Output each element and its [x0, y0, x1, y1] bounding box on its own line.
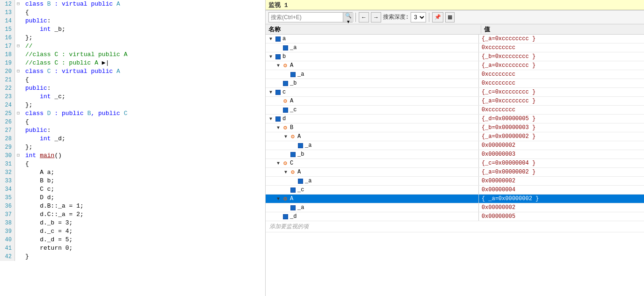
depth-select[interactable]: 3: [411, 12, 426, 22]
code-content: //: [23, 42, 265, 51]
watch-row[interactable]: ▼d{_d=0x00000005 }: [266, 115, 644, 123]
watch-row[interactable]: ▼b{_b=0xcccccccc }: [266, 52, 644, 61]
fold-gutter[interactable]: ⊟: [15, 42, 22, 51]
watch-row[interactable]: ▼a{_a=0xcccccccc }: [266, 35, 644, 43]
code-line: 28 int _d;: [0, 135, 265, 143]
line-number: 12: [0, 0, 15, 8]
watch-row[interactable]: ▼⚙B{_b=0x00000003 }: [266, 123, 644, 132]
watch-row[interactable]: _a0xcccccccc: [266, 43, 644, 52]
watch-row[interactable]: ⚙A{_a=0xcccccccc }: [266, 97, 644, 106]
watch-item-name: _a: [290, 44, 297, 51]
orange-gear-icon: ⚙: [289, 133, 297, 140]
watch-name-cell: _a: [266, 203, 479, 212]
add-watch-row[interactable]: 添加要监视的项: [266, 221, 644, 232]
line-number: 37: [0, 210, 15, 219]
expand-button[interactable]: ▼: [275, 196, 282, 202]
watch-row[interactable]: _a0xcccccccc: [266, 70, 644, 79]
watch-row[interactable]: _b0x00000003: [266, 150, 644, 159]
pin-button[interactable]: 📌: [432, 12, 443, 22]
blue-cube-icon: [274, 35, 282, 43]
search-input[interactable]: [269, 13, 343, 22]
fold-gutter[interactable]: ⊟: [15, 109, 22, 118]
watch-table: 名称 值 ▼a{_a=0xcccccccc } _a0xcccccccc▼b{_…: [266, 24, 644, 296]
code-line: 25⊟class D : public B, public C: [0, 109, 265, 118]
orange-gear-icon: ⚙: [282, 124, 289, 131]
code-content: d._b = 3;: [23, 219, 265, 227]
code-line: 29 };: [0, 143, 265, 152]
code-line: 31 {: [0, 160, 265, 168]
watch-row[interactable]: _b0xcccccccc: [266, 79, 644, 88]
grid-button[interactable]: ▦: [445, 12, 455, 22]
watch-item-name: d: [282, 116, 286, 122]
code-content: public:: [23, 17, 265, 25]
watch-row[interactable]: _c0x00000004: [266, 186, 644, 195]
watch-item-value: {_a=0xcccccccc }: [479, 98, 644, 104]
code-line: 42 }: [0, 253, 265, 261]
watch-row[interactable]: _a0x00000002: [266, 203, 644, 212]
code-content: d._c = 4;: [23, 227, 265, 236]
code-line: 20⊟class C : virtual public A: [0, 67, 265, 76]
watch-row[interactable]: _d0x00000005: [266, 212, 644, 221]
line-number: 35: [0, 194, 15, 202]
blue-cube-icon: [282, 213, 289, 220]
expand-button[interactable]: ▼: [275, 63, 282, 68]
expand-button[interactable]: ▼: [275, 125, 282, 130]
code-line: 19 //class C : public A ▶|: [0, 59, 265, 67]
watch-name-cell: ▼⚙A: [266, 195, 479, 203]
watch-item-value: 0xcccccccc: [479, 107, 644, 113]
code-content: {: [23, 160, 265, 168]
blue-cube-icon: [274, 115, 282, 123]
watch-row[interactable]: ▼c{_c=0xcccccccc }: [266, 88, 644, 97]
code-content: int main(): [23, 152, 265, 160]
expand-button[interactable]: ▼: [282, 134, 289, 139]
expand-button[interactable]: ▼: [275, 161, 282, 166]
code-line: 23 int _c;: [0, 93, 265, 101]
watch-row[interactable]: _c0xcccccccc: [266, 106, 644, 115]
line-number: 18: [0, 51, 15, 59]
code-area[interactable]: 12⊟class B : virtual public A13 {14 publ…: [0, 0, 265, 296]
code-content: d.C::_a = 2;: [23, 210, 265, 219]
watch-name-cell: ▼b: [266, 52, 479, 61]
code-line: 30⊟int main(): [0, 152, 265, 160]
line-number: 38: [0, 219, 15, 227]
fold-gutter[interactable]: ⊟: [15, 0, 22, 8]
search-box[interactable]: 🔍▾: [268, 12, 353, 22]
line-number: 39: [0, 227, 15, 236]
watch-row[interactable]: ▼⚙A{ _a=0x00000002 }: [266, 195, 644, 203]
line-number: 24: [0, 101, 15, 109]
blue-cube-icon: [297, 177, 304, 185]
watch-row[interactable]: _a0x00000002: [266, 141, 644, 150]
line-number: 29: [0, 143, 15, 152]
watch-name-cell: _b: [266, 79, 479, 87]
expand-button[interactable]: ▼: [268, 36, 274, 42]
fold-gutter[interactable]: ⊟: [15, 152, 22, 160]
code-line: 14 public:: [0, 17, 265, 25]
watch-item-value: 0x00000002: [479, 178, 644, 184]
watch-row[interactable]: ▼⚙A{_a=0xcccccccc }: [266, 61, 644, 70]
watch-item-name: A: [297, 133, 301, 140]
watch-item-value: 0x00000002: [479, 204, 644, 211]
line-number: 23: [0, 93, 15, 101]
line-number: 36: [0, 202, 15, 210]
code-content: int _c;: [23, 93, 265, 101]
nav-back-button[interactable]: ←: [359, 12, 369, 22]
expand-button[interactable]: ▼: [268, 54, 274, 59]
code-content: public:: [23, 84, 265, 93]
watch-row[interactable]: ▼⚙C{_c=0x00000004 }: [266, 159, 644, 168]
watch-row[interactable]: ▼⚙A{_a=0x00000002 }: [266, 168, 644, 177]
watch-item-value: {_a=0x00000002 }: [479, 133, 644, 140]
code-content: };: [23, 34, 265, 42]
expand-button[interactable]: ▼: [268, 116, 274, 122]
watch-row[interactable]: ▼⚙A{_a=0x00000002 }: [266, 132, 644, 141]
search-button[interactable]: 🔍▾: [343, 13, 354, 22]
watch-item-name: _a: [297, 204, 304, 211]
expand-button[interactable]: ▼: [268, 90, 274, 95]
code-line: 22 public:: [0, 84, 265, 93]
expand-button[interactable]: ▼: [282, 170, 289, 175]
watch-toolbar: 🔍▾ ← → 搜索深度: 3 📌 ▦: [266, 10, 644, 24]
blue-cube-icon: [289, 204, 297, 211]
nav-fwd-button[interactable]: →: [371, 12, 381, 22]
watch-item-name: _c: [297, 187, 304, 193]
fold-gutter[interactable]: ⊟: [15, 67, 22, 76]
watch-row[interactable]: _a0x00000002: [266, 177, 644, 186]
